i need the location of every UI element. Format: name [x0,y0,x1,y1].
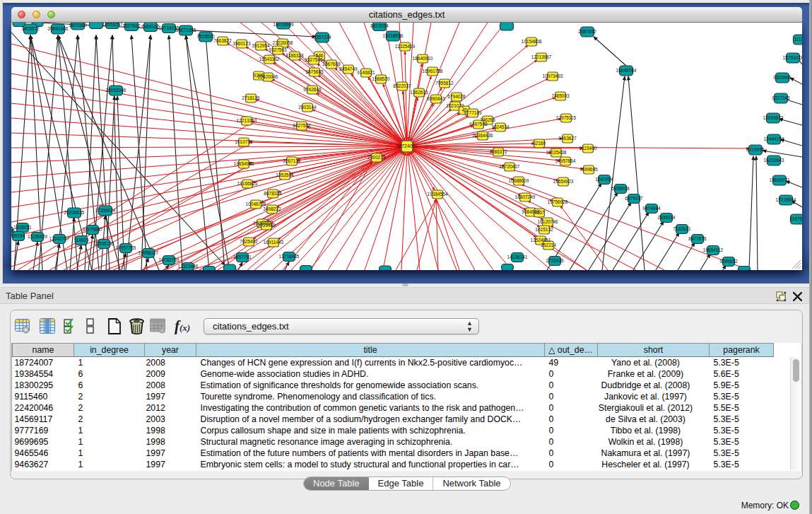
svg-text:13524851: 13524851 [531,238,551,243]
svg-text:16120746: 16120746 [538,219,558,224]
svg-text:12505135: 12505135 [94,241,114,246]
svg-text:6466160: 6466160 [141,24,160,29]
svg-text:9396: 9396 [254,73,264,78]
svg-text:12213967: 12213967 [531,54,552,59]
svg-text:10688609: 10688609 [509,178,529,183]
svg-text:7663822: 7663822 [213,38,232,43]
svg-text:1405572: 1405572 [21,26,40,31]
svg-text:30975867: 30975867 [83,227,103,232]
svg-text:9327505: 9327505 [305,57,323,62]
svg-text:8186328: 8186328 [286,53,304,58]
svg-text:12213363: 12213363 [237,118,257,123]
svg-text:19654985: 19654985 [234,161,254,166]
svg-text:9227343: 9227343 [772,95,790,100]
svg-text:8471676: 8471676 [688,236,707,241]
svg-text:12323446: 12323446 [178,264,199,269]
svg-text:8990443: 8990443 [427,96,445,101]
svg-text:2300273: 2300273 [367,155,386,160]
svg-text:10046798: 10046798 [246,201,266,206]
svg-text:7357224: 7357224 [313,35,331,40]
svg-text:9245652: 9245652 [719,259,738,264]
svg-text:8215955: 8215955 [746,147,765,152]
svg-text:12975115: 12975115 [556,115,577,120]
svg-text:11178: 11178 [794,37,802,42]
svg-text:3624534: 3624534 [491,124,510,129]
svg-text:7986372: 7986372 [489,149,507,154]
svg-text:116753: 116753 [789,216,802,221]
svg-text:9463627: 9463627 [558,136,577,141]
svg-text:18807249: 18807249 [515,194,536,199]
svg-text:20691406: 20691406 [48,26,69,31]
svg-text:3960123: 3960123 [233,41,251,46]
svg-text:9329906: 9329906 [773,75,792,80]
svg-text:19218596: 19218596 [383,33,404,38]
svg-text:17957255: 17957255 [116,245,136,250]
svg-text:8322037: 8322037 [393,83,411,88]
svg-text:1362615: 1362615 [410,90,428,95]
svg-text:17016504: 17016504 [776,197,796,202]
svg-text:16911443: 16911443 [264,240,284,245]
svg-text:20364436: 20364436 [473,133,493,138]
svg-text:8678334: 8678334 [264,191,282,196]
svg-text:16648784: 16648784 [616,68,637,73]
svg-text:12093873: 12093873 [763,115,784,120]
svg-text:3498222: 3498222 [263,206,281,211]
svg-text:26053346: 26053346 [106,88,126,93]
svg-text:13716485: 13716485 [279,254,300,259]
svg-text:252214: 252214 [541,243,556,247]
svg-text:14136141: 14136141 [507,255,528,259]
svg-text:1615132: 1615132 [535,227,553,232]
svg-text:1527602: 1527602 [122,23,141,28]
svg-text:2935114: 2935114 [658,215,676,220]
svg-text:10553257: 10553257 [102,23,123,27]
svg-text:9242848: 9242848 [303,87,322,92]
svg-text:10154808: 10154808 [522,39,542,44]
svg-text:3912954: 3912954 [252,43,270,48]
svg-text:6497508: 6497508 [469,122,488,127]
svg-text:15720407: 15720407 [500,164,520,169]
svg-text:10973493: 10973493 [543,74,563,78]
svg-text:11156829: 11156829 [28,234,47,239]
svg-text:39154: 39154 [12,233,25,238]
svg-text:16782759: 16782759 [159,257,180,262]
svg-text:16961758: 16961758 [423,69,443,74]
svg-text:3875685: 3875685 [305,69,324,74]
svg-text:9115460: 9115460 [579,146,597,151]
svg-text:19384554: 19384554 [428,192,448,197]
svg-text:7485003: 7485003 [551,93,570,98]
svg-text:1603360: 1603360 [69,23,87,28]
svg-text:9146821: 9146821 [357,70,375,75]
svg-text:20206535: 20206535 [64,210,85,215]
svg-text:2718126: 2718126 [242,95,260,100]
svg-text:1353594: 1353594 [276,173,294,177]
svg-text:10025438: 10025438 [546,150,567,155]
svg-text:19654923: 19654923 [553,179,574,184]
svg-text:8427552: 8427552 [293,123,311,128]
svg-text:11325419: 11325419 [395,44,416,49]
svg-text:19692971: 19692971 [770,177,790,182]
svg-text:9699695: 9699695 [579,167,598,172]
svg-text:1435051: 1435051 [13,225,32,230]
svg-text:54957864: 54957864 [555,158,576,163]
svg-text:10654112: 10654112 [703,247,724,252]
svg-text:18640910: 18640910 [413,56,433,61]
svg-text:9099489: 9099489 [257,223,276,228]
svg-text:19166825: 19166825 [237,181,258,186]
svg-text:1640954: 1640954 [595,177,613,182]
svg-text:12342757: 12342757 [49,236,70,241]
svg-text:15751074: 15751074 [783,55,802,60]
svg-text:7515520: 7515520 [196,34,215,39]
svg-text:9867: 9867 [534,210,545,215]
svg-text:9777169: 9777169 [464,110,482,115]
svg-text:9474444: 9474444 [642,206,661,211]
svg-text:12444153: 12444153 [764,136,784,141]
svg-text:8454749: 8454749 [339,66,358,71]
svg-text:17359924: 17359924 [95,208,116,213]
svg-text:1733426: 1733426 [546,258,564,263]
svg-text:3267130: 3267130 [283,158,301,163]
svg-text:2867608: 2867608 [322,62,341,66]
svg-text:10958107: 10958107 [139,250,159,255]
svg-text:2087652: 2087652 [578,29,596,34]
svg-text:2803144: 2803144 [298,105,317,110]
svg-text:18724007: 18724007 [396,144,418,148]
